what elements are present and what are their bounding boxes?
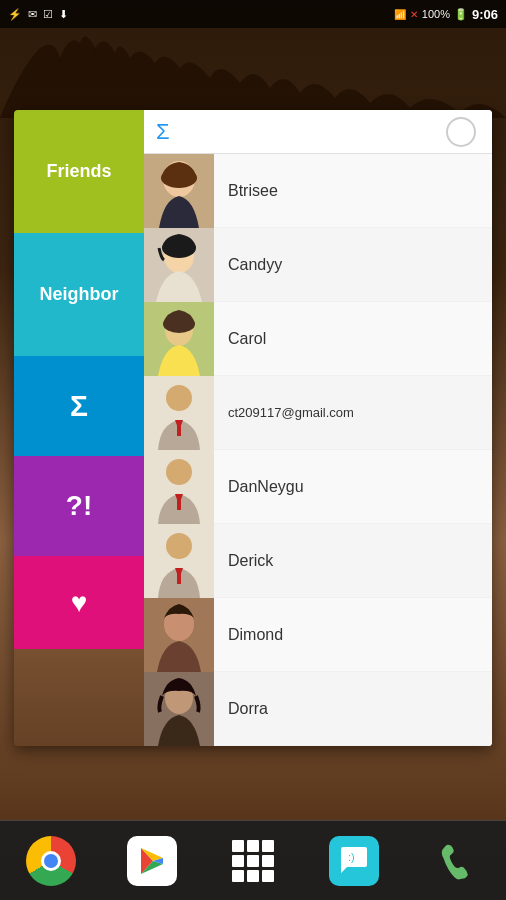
tile-exclaim-label: ?! xyxy=(66,490,92,522)
tile-friends-label: Friends xyxy=(46,161,111,182)
contact-item[interactable]: Dimond xyxy=(144,598,492,672)
svg-point-19 xyxy=(166,459,192,485)
header-circle[interactable] xyxy=(446,117,476,147)
chrome-icon xyxy=(26,836,76,886)
grid-dot xyxy=(232,870,244,882)
status-bar: ⚡ ✉ ☑ ⬇ 📶 ✕ 100% 🔋 9:06 xyxy=(0,0,506,28)
contact-item[interactable]: Btrisee xyxy=(144,154,492,228)
tile-heart-label: ♥ xyxy=(71,587,88,619)
svg-point-16 xyxy=(166,385,192,411)
contact-name-dan: DanNeygu xyxy=(214,478,492,496)
header-sigma-icon: Σ xyxy=(156,119,170,145)
phone-app-icon[interactable] xyxy=(428,834,482,888)
contact-item[interactable]: DanNeygu xyxy=(144,450,492,524)
contact-name-carol: Carol xyxy=(214,330,492,348)
contact-name-btrisee: Btrisee xyxy=(214,182,492,200)
battery-text: 100% xyxy=(422,8,450,20)
tile-neighbor[interactable]: Neighbor xyxy=(14,233,144,356)
download-icon: ⬇ xyxy=(59,8,68,21)
grid-dot xyxy=(262,870,274,882)
contact-avatar-dorra xyxy=(144,672,214,746)
list-header: Σ xyxy=(144,110,492,154)
grid-dot xyxy=(247,870,259,882)
tree-overlay-top xyxy=(0,28,506,118)
play-store-app-icon[interactable] xyxy=(125,834,179,888)
tile-heart[interactable]: ♥ xyxy=(14,556,144,649)
svg-text::): :) xyxy=(348,851,355,863)
contact-name-dorra: Dorra xyxy=(214,700,492,718)
grid-dot xyxy=(232,855,244,867)
contact-list: Σ Btrisee xyxy=(144,110,492,746)
usb-icon: ⚡ xyxy=(8,8,22,21)
dock: :) xyxy=(0,820,506,900)
contact-name-derick: Derick xyxy=(214,552,492,570)
chat-icon: :) xyxy=(329,836,379,886)
status-left-icons: ⚡ ✉ ☑ ⬇ xyxy=(8,8,68,21)
grid-dot xyxy=(232,840,244,852)
wifi-icon: 📶 xyxy=(394,9,406,20)
grid-dot xyxy=(247,855,259,867)
sms-icon: ✉ xyxy=(28,8,37,21)
contact-item[interactable]: Candyy xyxy=(144,228,492,302)
apps-grid-icon[interactable] xyxy=(226,834,280,888)
contact-avatar-carol xyxy=(144,302,214,376)
contact-name-candyy: Candyy xyxy=(214,256,492,274)
contact-item[interactable]: Derick xyxy=(144,524,492,598)
chrome-inner xyxy=(41,851,61,871)
contact-avatar-btrisee xyxy=(144,154,214,228)
status-right-icons: 📶 ✕ 100% 🔋 9:06 xyxy=(394,7,498,22)
grid-dot xyxy=(247,840,259,852)
status-time: 9:06 xyxy=(472,7,498,22)
contact-avatar-ct xyxy=(144,376,214,450)
check-icon: ☑ xyxy=(43,8,53,21)
sidebar: Friends Neighbor Σ ?! ♥ xyxy=(14,110,144,746)
svg-rect-23 xyxy=(177,568,181,584)
contact-item[interactable]: Dorra xyxy=(144,672,492,746)
battery-icon: 🔋 xyxy=(454,8,468,21)
svg-rect-17 xyxy=(177,420,181,436)
contact-avatar-dan xyxy=(144,450,214,524)
chrome-app-icon[interactable] xyxy=(24,834,78,888)
tile-sigma[interactable]: Σ xyxy=(14,356,144,456)
contact-avatar-dimond xyxy=(144,598,214,672)
tile-exclaim[interactable]: ?! xyxy=(14,456,144,556)
widget-container: Friends Neighbor Σ ?! ♥ Σ xyxy=(14,110,492,746)
svg-point-22 xyxy=(166,533,192,559)
contact-name-ct: ct209117@gmail.com xyxy=(214,405,492,420)
signal-icon: ✕ xyxy=(410,9,418,20)
contact-avatar-candyy xyxy=(144,228,214,302)
contact-avatar-derick xyxy=(144,524,214,598)
svg-rect-20 xyxy=(177,494,181,510)
chat-app-icon[interactable]: :) xyxy=(327,834,381,888)
tile-neighbor-label: Neighbor xyxy=(40,284,119,305)
play-store-icon xyxy=(127,836,177,886)
tile-sigma-label: Σ xyxy=(70,389,88,423)
grid-dot xyxy=(262,855,274,867)
contact-name-dimond: Dimond xyxy=(214,626,492,644)
contact-item[interactable]: ct209117@gmail.com xyxy=(144,376,492,450)
tile-friends[interactable]: Friends xyxy=(14,110,144,233)
phone-icon xyxy=(425,830,486,891)
grid-dot xyxy=(262,840,274,852)
contact-item[interactable]: Carol xyxy=(144,302,492,376)
grid-icon xyxy=(232,840,274,882)
